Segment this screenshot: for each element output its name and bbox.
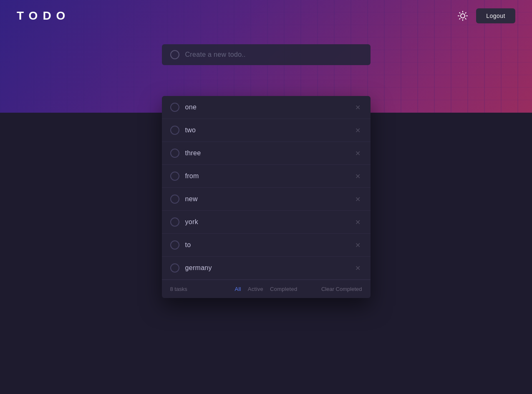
task-count: 8 tasks bbox=[170, 286, 234, 292]
todo-text: germany bbox=[185, 264, 348, 272]
todo-text: one bbox=[185, 104, 348, 111]
svg-line-4 bbox=[466, 18, 466, 19]
delete-button[interactable]: ✕ bbox=[354, 218, 362, 226]
todo-checkbox[interactable] bbox=[170, 194, 179, 204]
svg-line-7 bbox=[459, 18, 460, 19]
todo-text: three bbox=[185, 149, 348, 157]
header: TODO Logout bbox=[0, 0, 532, 32]
delete-button[interactable]: ✕ bbox=[354, 264, 362, 272]
todo-item: three ✕ bbox=[162, 142, 371, 165]
todo-text: new bbox=[185, 195, 348, 203]
todo-item: one ✕ bbox=[162, 96, 371, 119]
clear-completed-button[interactable]: Clear Completed bbox=[298, 286, 362, 292]
todo-list: one ✕ two ✕ three ✕ from ✕ new ✕ york ✕ … bbox=[162, 96, 371, 298]
header-right: Logout bbox=[456, 8, 515, 23]
app-title: TODO bbox=[17, 9, 70, 23]
filter-completed-button[interactable]: Completed bbox=[270, 286, 298, 292]
new-todo-wrapper bbox=[154, 44, 379, 65]
todo-text: to bbox=[185, 241, 348, 249]
svg-line-8 bbox=[466, 13, 466, 13]
sun-icon bbox=[458, 11, 468, 21]
filter-buttons: AllActiveCompleted bbox=[234, 286, 298, 292]
todo-checkbox[interactable] bbox=[170, 240, 179, 250]
main-content: one ✕ two ✕ three ✕ from ✕ new ✕ york ✕ … bbox=[0, 113, 532, 394]
svg-point-0 bbox=[461, 14, 465, 18]
new-todo-circle bbox=[170, 50, 179, 59]
todo-item: from ✕ bbox=[162, 165, 371, 188]
svg-line-3 bbox=[459, 13, 460, 13]
todo-checkbox[interactable] bbox=[170, 149, 179, 158]
todo-item: york ✕ bbox=[162, 211, 371, 234]
filter-active-button[interactable]: Active bbox=[248, 286, 263, 292]
todo-checkbox[interactable] bbox=[170, 103, 179, 112]
theme-toggle-button[interactable] bbox=[456, 9, 469, 23]
todo-checkbox[interactable] bbox=[170, 126, 179, 135]
todo-list-wrapper: one ✕ two ✕ three ✕ from ✕ new ✕ york ✕ … bbox=[154, 96, 379, 298]
todo-item: to ✕ bbox=[162, 234, 371, 257]
new-todo-container bbox=[162, 44, 371, 65]
todo-item: two ✕ bbox=[162, 119, 371, 142]
delete-button[interactable]: ✕ bbox=[354, 172, 362, 180]
delete-button[interactable]: ✕ bbox=[354, 241, 362, 249]
todo-item: germany ✕ bbox=[162, 257, 371, 280]
delete-button[interactable]: ✕ bbox=[354, 149, 362, 157]
logout-button[interactable]: Logout bbox=[476, 8, 515, 23]
todo-checkbox[interactable] bbox=[170, 263, 179, 273]
delete-button[interactable]: ✕ bbox=[354, 103, 362, 111]
todo-item: new ✕ bbox=[162, 188, 371, 211]
todo-checkbox[interactable] bbox=[170, 217, 179, 227]
todo-text: from bbox=[185, 172, 348, 180]
filter-all-button[interactable]: All bbox=[234, 286, 241, 292]
todo-footer: 8 tasksAllActiveCompletedClear Completed bbox=[162, 280, 371, 298]
new-todo-input[interactable] bbox=[185, 51, 362, 58]
delete-button[interactable]: ✕ bbox=[354, 195, 362, 203]
todo-text: york bbox=[185, 218, 348, 226]
delete-button[interactable]: ✕ bbox=[354, 126, 362, 134]
todo-text: two bbox=[185, 126, 348, 134]
todo-checkbox[interactable] bbox=[170, 172, 179, 181]
